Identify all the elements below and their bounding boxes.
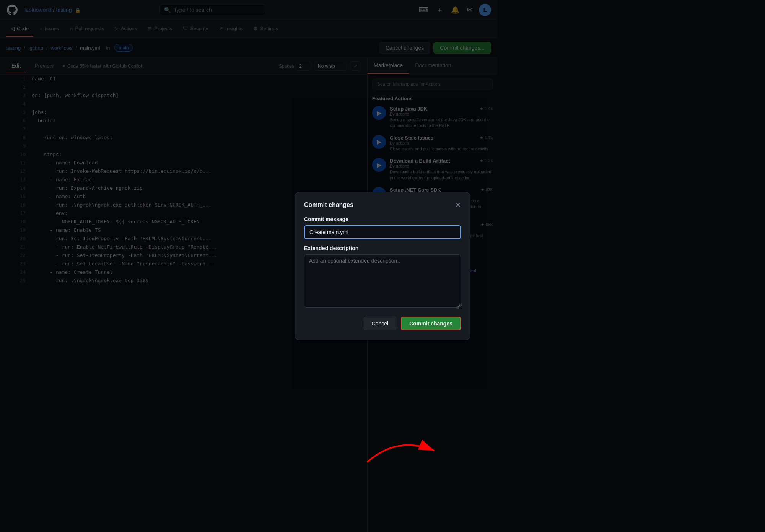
modal-footer: Cancel Commit changes <box>304 317 461 330</box>
extended-desc-textarea[interactable] <box>304 254 461 308</box>
extended-desc-group: Extended description <box>304 245 461 309</box>
modal-close-button[interactable]: ✕ <box>455 202 461 208</box>
modal-title: Commit changes <box>304 202 353 208</box>
modal-cancel-button[interactable]: Cancel <box>364 317 397 330</box>
commit-modal: Commit changes ✕ Commit message Extended… <box>295 192 470 340</box>
commit-message-input[interactable] <box>304 225 461 239</box>
commit-message-label: Commit message <box>304 216 461 222</box>
modal-commit-button[interactable]: Commit changes <box>401 317 461 330</box>
extended-desc-label: Extended description <box>304 245 461 251</box>
commit-message-group: Commit message <box>304 216 461 239</box>
modal-overlay: Commit changes ✕ Commit message Extended… <box>0 0 497 532</box>
modal-header: Commit changes ✕ <box>304 202 461 208</box>
